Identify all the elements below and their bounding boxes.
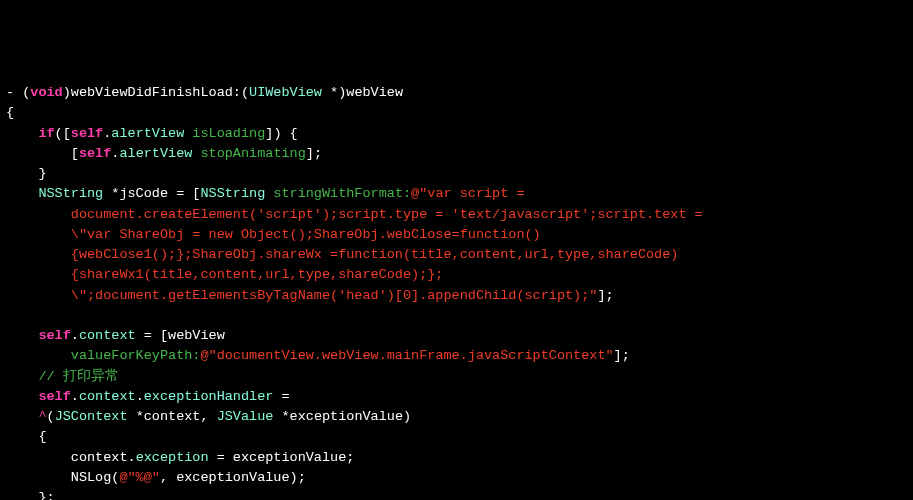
code-line: NSLog(@"%@", exceptionValue); bbox=[6, 470, 306, 485]
code-line: [self.alertView stopAnimating]; bbox=[6, 146, 322, 161]
code-line: { bbox=[6, 429, 47, 444]
code-editor[interactable]: - (void)webViewDidFinishLoad:(UIWebView … bbox=[0, 81, 913, 500]
code-line: ^(JSContext *context, JSValue *exception… bbox=[6, 409, 411, 424]
code-line: self.context = [webView bbox=[6, 328, 225, 343]
code-line: // 打印异常 bbox=[6, 369, 119, 384]
code-line: \"var ShareObj = new Object();ShareObj.w… bbox=[6, 227, 541, 242]
code-line: { bbox=[6, 105, 14, 120]
code-line: }; bbox=[6, 490, 55, 500]
code-line: self.context.exceptionHandler = bbox=[6, 389, 290, 404]
code-line: {shareWx1(title,content,url,type,shareCo… bbox=[6, 267, 443, 282]
code-line: NSString *jsCode = [NSString stringWithF… bbox=[6, 186, 525, 201]
code-line: {webClose1();};ShareObj.shareWx =functio… bbox=[6, 247, 678, 262]
code-line: context.exception = exceptionValue; bbox=[6, 450, 354, 465]
code-line: } bbox=[6, 166, 47, 181]
code-line: - (void)webViewDidFinishLoad:(UIWebView … bbox=[6, 85, 403, 100]
code-line: if([self.alertView isLoading]) { bbox=[6, 126, 298, 141]
code-line: \";document.getElementsByTagName('head')… bbox=[6, 288, 614, 303]
code-line: document.createElement('script');script.… bbox=[6, 207, 703, 222]
code-line: valueForKeyPath:@"documentView.webView.m… bbox=[6, 348, 630, 363]
